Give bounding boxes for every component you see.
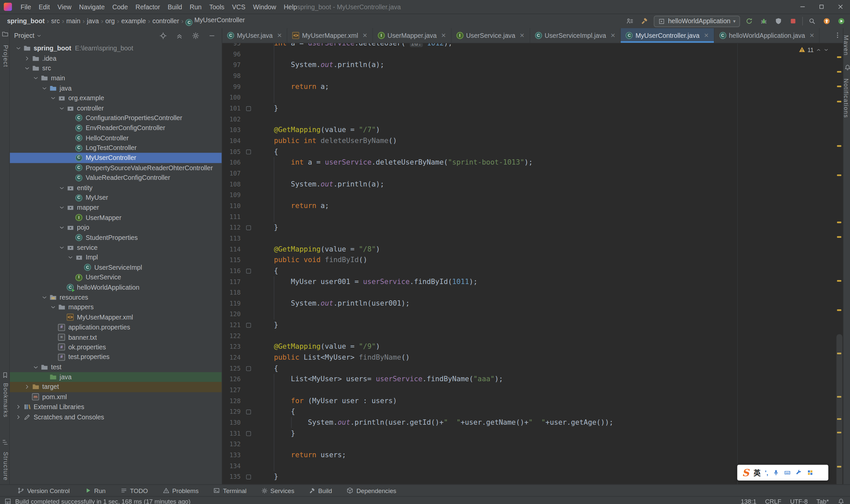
toolwindow-build[interactable]: Build — [309, 487, 332, 494]
line-separator[interactable]: CRLF — [765, 498, 781, 504]
prev-warning-icon[interactable] — [816, 47, 821, 52]
breadcrumb-org[interactable]: org — [104, 17, 116, 25]
chevron-down-icon[interactable] — [40, 294, 48, 301]
tree-item-impl[interactable]: Impl — [10, 252, 222, 263]
ime-punctuation-icon[interactable]: ', — [765, 469, 768, 476]
tree-item-java[interactable]: java — [10, 372, 222, 382]
line-number[interactable]: 115 — [222, 254, 241, 266]
chevron-down-icon[interactable] — [14, 45, 22, 52]
tab-close-icon[interactable]: ✕ — [277, 32, 282, 39]
line-number[interactable]: 98 — [222, 70, 241, 81]
file-encoding[interactable]: UTF-8 — [790, 498, 808, 504]
code-line-123[interactable]: 123 @GetMapping(value = "/9") — [222, 341, 835, 353]
tree-item-myuser[interactable]: CMyUser — [10, 193, 222, 203]
scrollbar-thumb[interactable] — [836, 334, 843, 484]
line-number[interactable]: 118 — [222, 287, 241, 298]
menu-vcs[interactable]: VCS — [228, 0, 249, 14]
tool-stripe-notifications[interactable]: Notifications — [843, 74, 850, 122]
code-line-126[interactable]: 126 List<MyUser> users= userService.find… — [222, 374, 835, 385]
code-line-98[interactable]: 98 — [222, 70, 835, 81]
line-number[interactable]: 131 — [222, 428, 241, 439]
line-number[interactable]: 122 — [222, 330, 241, 341]
code-line-130[interactable]: 130 System.out.println(user.getId()+" "+… — [222, 417, 835, 428]
tree-item-external-libraries[interactable]: External Libraries — [10, 402, 222, 412]
tree-item-test[interactable]: test — [10, 362, 222, 372]
structure-icon[interactable] — [1, 439, 9, 446]
line-number[interactable]: 97 — [222, 60, 241, 71]
bookmarks-icon[interactable] — [1, 372, 9, 379]
code-line-132[interactable]: 132 — [222, 439, 835, 450]
warning-stripe-mark[interactable] — [837, 309, 842, 311]
code-line-108[interactable]: 108 System.out.println(a); — [222, 179, 835, 190]
warning-stripe-mark[interactable] — [837, 236, 842, 238]
tree-item-target[interactable]: target — [10, 382, 222, 392]
fold-marker-icon[interactable] — [246, 268, 251, 273]
tree-item-usermapper[interactable]: IUserMapper — [10, 213, 222, 223]
tab-close-icon[interactable]: ✕ — [704, 32, 709, 39]
line-number[interactable]: 120 — [222, 309, 241, 320]
code-line-113[interactable]: 113 — [222, 233, 835, 244]
fold-marker-icon[interactable] — [246, 323, 251, 327]
fold-marker-icon[interactable] — [246, 149, 251, 154]
inspection-widget[interactable]: 11 — [796, 46, 831, 53]
chevron-down-icon[interactable] — [49, 304, 57, 310]
breadcrumb-java[interactable]: java — [85, 17, 101, 25]
tab-close-icon[interactable]: ✕ — [520, 32, 525, 39]
line-number[interactable]: 99 — [222, 81, 241, 92]
line-number[interactable]: 104 — [222, 136, 241, 146]
tab-close-icon[interactable]: ✕ — [441, 32, 446, 39]
chevron-down-icon[interactable] — [57, 244, 65, 251]
maximize-button[interactable] — [812, 0, 831, 14]
tab-myusercontroller-java[interactable]: CMyUserController.java✕ — [621, 28, 714, 43]
tab-myusermapper-xml[interactable]: <>MyUserMapper.xml✕ — [288, 28, 373, 43]
chevron-down-icon[interactable] — [49, 95, 57, 102]
tree-item-logtestcontroller[interactable]: CLogTestController — [10, 143, 222, 153]
code-line-117[interactable]: 117 MyUser user001 = userService.findByI… — [222, 276, 835, 287]
locate-button[interactable] — [158, 30, 169, 41]
code-line-119[interactable]: 119 System.out.println(user001); — [222, 298, 835, 309]
code-line-122[interactable]: 122 — [222, 330, 835, 341]
next-warning-icon[interactable] — [823, 47, 829, 52]
line-number[interactable]: 111 — [222, 211, 241, 222]
editor[interactable]: 95 int a = userService.deleteUser( id: 1… — [222, 43, 843, 484]
menu-edit[interactable]: Edit — [35, 0, 54, 14]
line-number[interactable]: 100 — [222, 92, 241, 103]
tree-item-myusercontroller[interactable]: CMyUserController — [10, 153, 222, 163]
line-number[interactable]: 126 — [222, 374, 241, 385]
line-number[interactable]: 96 — [222, 49, 241, 60]
collapse-all-button[interactable] — [174, 30, 185, 41]
run-config-select[interactable]: helloWorldApplication ▾ — [654, 16, 740, 27]
menu-navigate[interactable]: Navigate — [75, 0, 108, 14]
line-number[interactable]: 125 — [222, 363, 241, 374]
line-number[interactable]: 128 — [222, 396, 241, 407]
line-number[interactable]: 124 — [222, 352, 241, 363]
debug-button[interactable] — [758, 16, 769, 26]
tool-stripe-structure[interactable]: Structure — [0, 449, 9, 484]
tree-item-mapper[interactable]: mapper — [10, 203, 222, 213]
chevron-down-icon[interactable] — [23, 65, 31, 72]
line-number[interactable]: 123 — [222, 341, 241, 353]
warning-stripe-mark[interactable] — [837, 56, 842, 58]
tree-item-scratches-and-consoles[interactable]: Scratches and Consoles — [10, 412, 222, 422]
tree-item-propertysourcevaluereaderohtercontroller[interactable]: CPropertySourceValueReaderOhterControlle… — [10, 163, 222, 173]
menu-run[interactable]: Run — [186, 0, 206, 14]
code-line-127[interactable]: 127 — [222, 384, 835, 396]
menu-build[interactable]: Build — [164, 0, 186, 14]
tree-item-userservice[interactable]: IUserService — [10, 272, 222, 282]
fold-marker-icon[interactable] — [246, 225, 251, 230]
bell-icon[interactable] — [843, 64, 850, 71]
breadcrumb-main[interactable]: main — [65, 17, 82, 25]
indent-style[interactable]: Tab* — [816, 498, 829, 504]
tab-myuser-java[interactable]: CMyUser.java✕ — [222, 28, 287, 43]
project-panel-title[interactable]: Project — [14, 32, 34, 39]
code-line-103[interactable]: 103 @GetMapping(value = "/7") — [222, 125, 835, 136]
code-line-133[interactable]: 133 return users; — [222, 450, 835, 461]
ime-toolbar[interactable]: S 英 ', — [737, 465, 828, 481]
menu-refactor[interactable]: Refactor — [132, 0, 164, 14]
menu-window[interactable]: Window — [249, 0, 280, 14]
tree-item-valuereaderconfigcontroller[interactable]: CValueReaderConfigController — [10, 173, 222, 183]
code-line-115[interactable]: 115 public void findById() — [222, 254, 835, 266]
line-number[interactable]: 134 — [222, 461, 241, 471]
close-button[interactable] — [831, 0, 850, 14]
code-line-97[interactable]: 97 System.out.println(a); — [222, 60, 835, 71]
